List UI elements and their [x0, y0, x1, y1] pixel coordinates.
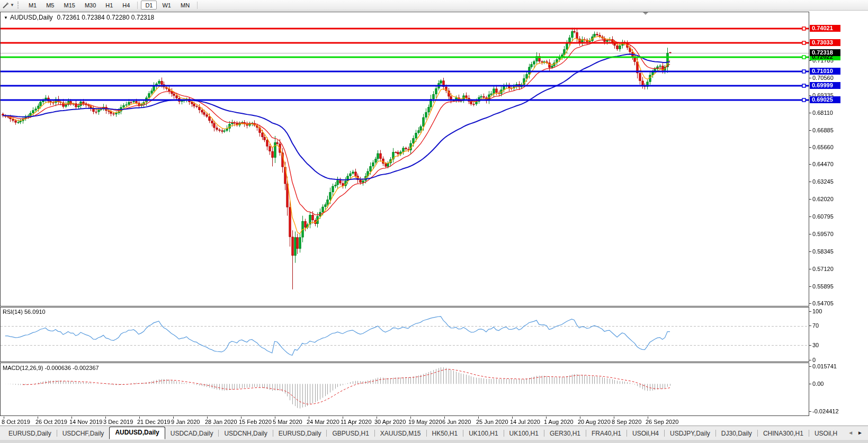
date-tick-mark: [38, 417, 38, 419]
tab-fra40-h1-12[interactable]: FRA40,H1: [586, 429, 627, 439]
price-tick-dash: [809, 199, 811, 200]
timeframe-button-h1[interactable]: H1: [101, 1, 117, 10]
tab-gbpusd-h1-6[interactable]: GBPUSD,H1: [327, 429, 374, 439]
tab-hk50-h1-8[interactable]: HK50,H1: [427, 429, 463, 439]
date-tick-label: 24 Mar 2020: [307, 419, 339, 425]
tab-scroll-left-icon[interactable]: ◄: [846, 430, 855, 436]
date-tick-label: 14 Jul 2020: [510, 419, 540, 425]
rsi-tick-label: 0: [812, 357, 816, 363]
tab-eurusd-daily-5[interactable]: EURUSD,Daily: [273, 429, 327, 439]
date-tick-label: 26 Sep 2020: [646, 419, 678, 425]
price-tick-label: 0.71785: [812, 57, 834, 64]
date-tick-label: 1 Aug 2020: [544, 419, 574, 425]
tab-usoil-h4-13[interactable]: USOil,H4: [627, 429, 664, 439]
tab-uk100-h1-9[interactable]: UK100,H1: [463, 429, 503, 439]
hline-price-box[interactable]: 0.72022: [810, 53, 840, 60]
price-tick-label: 0.54705: [812, 300, 834, 306]
date-tick-label: 14 Nov 2019: [69, 419, 102, 425]
rsi-chart-canvas[interactable]: [1, 308, 809, 361]
price-tick-label: 0.57120: [812, 266, 834, 272]
date-tick-label: 19 May 2020: [408, 419, 442, 425]
macd-tick-label: 0.00: [812, 381, 824, 387]
price-tick-label: 0.69335: [812, 92, 834, 98]
toolbar-grip[interactable]: [17, 2, 21, 8]
tab-audusd-daily-2[interactable]: AUDUSD,Daily: [109, 427, 165, 439]
rsi-value: 56.0910: [24, 309, 46, 315]
candlestick-chart-canvas[interactable]: [1, 12, 809, 306]
chart-tab-bar: EURUSD,DailyUSDCHF,DailyAUDUSD,DailyUSDC…: [0, 426, 868, 439]
date-tick-mark: [546, 417, 547, 419]
timeframe-button-m15[interactable]: M15: [59, 1, 79, 10]
rsi-tick-label: 100: [812, 308, 822, 314]
tab-ger30-h1-11[interactable]: GER30,H1: [544, 429, 586, 439]
date-tick-mark: [580, 417, 580, 419]
price-tick-label: 0.63245: [812, 178, 834, 185]
hline-price-box[interactable]: 0.73033: [810, 39, 840, 46]
date-tick-label: 25 Jun 2020: [476, 419, 508, 425]
price-tick-dash: [809, 78, 811, 78]
date-tick-mark: [444, 417, 445, 419]
price-tick-dash: [809, 234, 811, 234]
price-tick-label: 0.68110: [812, 110, 833, 116]
tab-usdcnh-daily-4[interactable]: USDCNH,Daily: [219, 429, 272, 439]
price-tick-dash: [809, 216, 811, 217]
hline-price-box[interactable]: 0.71010: [810, 68, 840, 75]
date-tick-mark: [343, 417, 343, 419]
tab-usdcad-daily-3[interactable]: USDCAD,Daily: [165, 429, 219, 439]
price-tick-label: 0.65660: [812, 144, 834, 150]
date-tick-label: 26 Oct 2019: [35, 419, 67, 425]
macd-chart-canvas[interactable]: [1, 363, 809, 416]
date-tick-mark: [377, 417, 377, 419]
price-tick-dash: [809, 130, 811, 131]
tab-uk100-h1-10[interactable]: UK100,H1: [504, 429, 544, 439]
timeframe-button-m30[interactable]: M30: [80, 1, 100, 10]
date-tick-label: 3 Dec 2019: [103, 419, 133, 425]
date-tick-label: 28 Jan 2020: [205, 419, 237, 425]
rsi-tick-dash: [809, 360, 811, 360]
price-tick-label: 0.66885: [812, 127, 834, 133]
price-tick-dash: [809, 164, 811, 165]
timeframe-button-m1[interactable]: M1: [24, 1, 41, 10]
macd-main-value: -0.000636: [44, 365, 71, 371]
macd-tick-dash: [809, 411, 811, 412]
tab-usoil-h-17[interactable]: USOil,H: [809, 429, 843, 439]
hline-price-box[interactable]: 0.69025: [810, 96, 840, 103]
date-tick-mark: [207, 417, 208, 419]
price-tick-dash: [809, 113, 811, 113]
date-tick-label: 21 Dec 2019: [137, 419, 170, 425]
timeframe-button-h4[interactable]: H4: [118, 1, 134, 10]
date-tick-mark: [478, 417, 479, 419]
macd-indicator-label: MACD(12,26,9) -0.000636 -0.002367: [3, 365, 99, 371]
tab-usdjpy-daily-14[interactable]: USDJPY,Daily: [665, 429, 715, 439]
date-tick-label: 20 Aug 2020: [578, 419, 611, 425]
date-tick-label: 9 Jan 2020: [171, 419, 200, 425]
macd-signal-value: -0.002367: [73, 365, 99, 371]
line-draw-tool-icon[interactable]: ▼: [2, 2, 15, 9]
date-tick-mark: [648, 417, 648, 419]
dropdown-caret-icon[interactable]: ▼: [10, 3, 14, 7]
date-tick-label: 30 Apr 2020: [374, 419, 406, 425]
price-tick-label: 0.70560: [812, 75, 834, 81]
tab-dj30-daily-15[interactable]: DJ30,Daily: [716, 429, 757, 439]
tab-usdchf-daily-1[interactable]: USDCHF,Daily: [57, 429, 110, 439]
timeframe-button-w1[interactable]: W1: [158, 1, 175, 10]
rsi-tick-dash: [809, 345, 811, 346]
chart-symbol-label: AUDUSD,Daily: [10, 14, 53, 21]
toolbar-separator: [137, 2, 138, 9]
tab-xauusd-m15-7[interactable]: XAUUSD,M15: [375, 429, 426, 439]
timeframe-button-m5[interactable]: M5: [42, 1, 58, 10]
hline-price-box[interactable]: 0.69999: [810, 82, 840, 89]
tab-eurusd-daily-0[interactable]: EURUSD,Daily: [3, 429, 57, 439]
date-tick-label: 6 Jun 2020: [442, 419, 471, 425]
date-tick-mark: [173, 417, 174, 419]
timeframe-button-d1[interactable]: D1: [141, 1, 157, 10]
tab-china300-h1-16[interactable]: CHINA300,H1: [758, 429, 809, 439]
hline-price-box[interactable]: 0.74021: [810, 25, 840, 32]
price-tick-dash: [809, 269, 811, 269]
macd-tick-dash: [809, 384, 811, 384]
timeframe-button-mn[interactable]: MN: [176, 1, 194, 10]
tab-scroll-right-icon[interactable]: ►: [855, 430, 865, 436]
date-tick-mark: [241, 417, 241, 419]
collapse-triangle-icon[interactable]: ▼: [4, 15, 8, 20]
bid-price-box: 0.72318: [810, 49, 840, 56]
